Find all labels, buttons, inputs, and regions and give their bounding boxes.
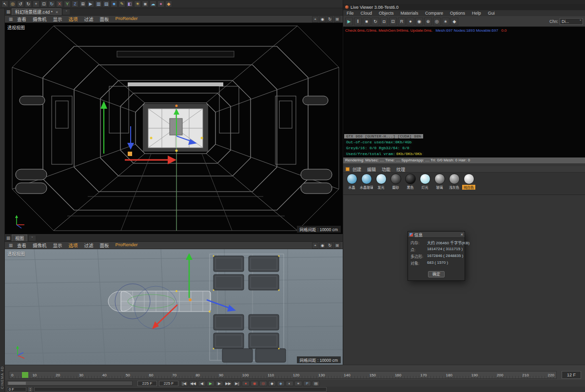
close-tab-icon[interactable]: × <box>56 10 58 15</box>
material-sphere[interactable] <box>347 174 357 184</box>
material-sphere[interactable] <box>376 174 387 184</box>
undo-icon[interactable]: ↺ <box>17 0 24 7</box>
material-swatch[interactable]: 纯白色 <box>462 174 475 194</box>
frame-indicator[interactable]: 12 F <box>562 371 581 379</box>
select-tool-icon[interactable]: ↖ <box>1 0 8 7</box>
viewport-menu-item[interactable]: 摄像机 <box>33 242 47 249</box>
pin-window-icon[interactable]: ◆ <box>450 18 458 25</box>
region-render-icon[interactable]: ⊡ <box>389 18 397 25</box>
preview-range-handle[interactable] <box>8 382 26 385</box>
viewport-menu-item[interactable]: 选项 <box>69 242 78 249</box>
material-sphere[interactable] <box>390 174 401 184</box>
viewport-menu-item[interactable]: 显示 <box>53 242 62 249</box>
live-viewer-menu-item[interactable]: Options <box>447 11 468 16</box>
next-key-icon[interactable]: ▶▶ <box>224 381 232 386</box>
material-swatch[interactable]: 水晶 <box>345 174 358 194</box>
settings-gear-icon[interactable]: ∗ <box>442 18 449 25</box>
material-sphere[interactable] <box>405 174 416 184</box>
material-manager-menu-item[interactable]: 纹理 <box>396 166 405 173</box>
record-position-icon[interactable]: ◉ <box>251 381 258 386</box>
goto-start-icon[interactable]: |◀ <box>180 381 188 386</box>
live-viewer-menu-item[interactable]: Objects <box>375 11 397 16</box>
viewport-menu-item[interactable]: 过滤 <box>84 242 94 249</box>
channel-select[interactable]: Di... ˇ <box>560 18 583 25</box>
render-settings-icon[interactable]: ▤ <box>103 0 110 7</box>
material-swatch[interactable]: 浅灰色 <box>448 174 461 194</box>
material-manager-menu-item[interactable]: 功能 <box>382 166 390 173</box>
sky-icon[interactable]: ☁ <box>150 0 156 7</box>
clay-mode-icon[interactable]: ● <box>407 18 414 25</box>
pan-view-icon[interactable]: + <box>312 242 318 249</box>
live-viewer-menu-item[interactable]: File <box>343 11 357 16</box>
material-manager-menu-item[interactable]: 编辑 <box>367 166 376 173</box>
picture-viewer-icon[interactable]: ▥ <box>95 0 102 7</box>
material-swatch[interactable]: 玻璃 <box>433 174 446 194</box>
viewport-menu-item[interactable]: 过滤 <box>84 16 94 22</box>
material-icon[interactable]: ● <box>157 0 164 7</box>
range-start-field[interactable]: 225 F <box>137 381 157 386</box>
live-viewer-menu-item[interactable]: Help <box>468 11 485 16</box>
magnet-snap-icon[interactable]: ◈ <box>277 381 285 386</box>
material-sphere[interactable] <box>434 174 445 184</box>
live-viewer-menu-item[interactable]: Cloud <box>357 11 376 16</box>
play-button[interactable]: ▶ <box>207 381 214 386</box>
material-sphere[interactable] <box>361 174 372 184</box>
move-tool-icon[interactable]: + <box>33 0 39 7</box>
solo-icon[interactable]: ◐ <box>286 381 293 386</box>
material-sphere[interactable] <box>464 174 474 184</box>
coordinate-system-icon[interactable]: ⊞ <box>79 0 86 7</box>
pause-render-icon[interactable]: ‖ <box>354 18 362 25</box>
current-frame-marker[interactable] <box>22 372 28 378</box>
lock-view-icon[interactable]: ◘ <box>380 18 388 25</box>
material-manager-menu-item[interactable]: 创建 <box>352 166 361 173</box>
material-swatch[interactable]: 磨砂 <box>389 174 402 194</box>
range-end-field[interactable]: 225 F <box>159 381 178 386</box>
toggle-views-icon[interactable]: ⊞ <box>334 16 340 22</box>
document-tab[interactable]: 科幻场景搭建.c4d * × <box>12 8 61 15</box>
material-swatch[interactable]: 灯光 <box>418 174 431 194</box>
viewport-menu-item[interactable]: 查看 <box>17 242 26 249</box>
ok-button[interactable]: 确定 <box>428 271 445 277</box>
prev-key-icon[interactable]: ◀◀ <box>189 381 197 386</box>
rotate-view-icon[interactable]: ↻ <box>327 16 333 22</box>
viewport-menu-item[interactable]: ProRender <box>116 16 138 22</box>
goto-end-icon[interactable]: ▶| <box>233 381 241 386</box>
x-axis-lock-icon[interactable]: X <box>56 0 63 7</box>
frame-stepper[interactable]: ▲▼ <box>28 387 32 392</box>
viewport-menu-item[interactable]: 摄像机 <box>33 16 47 22</box>
zoom-view-icon[interactable]: ◉ <box>319 16 326 22</box>
snap-settings-icon[interactable]: ◆ <box>165 0 172 7</box>
viewport1-canvas[interactable] <box>5 23 343 234</box>
camera-sync-icon[interactable]: ◎ <box>433 18 441 25</box>
live-viewer-titlebar[interactable]: Live Viewer 3.08-Test6.0 <box>343 4 585 10</box>
viewport-menu-item[interactable]: 面板 <box>100 16 109 22</box>
light-icon[interactable]: ☀ <box>134 0 141 7</box>
material-sphere[interactable] <box>420 174 430 184</box>
zoom-view-icon[interactable]: ◉ <box>319 242 326 249</box>
render-start-icon[interactable]: ▶ <box>345 18 353 25</box>
material-swatch[interactable]: 水晶玻璃 <box>360 174 373 194</box>
viewport-perspective[interactable]: 透视视图 网格间距 : 10000 cm <box>5 23 343 234</box>
stop-render-icon[interactable]: ■ <box>363 18 370 25</box>
record-keyframe-icon[interactable]: ● <box>242 381 250 386</box>
powerslider-icon[interactable]: P <box>303 381 311 386</box>
rotate-view-icon[interactable]: ↻ <box>327 242 333 249</box>
next-frame-icon[interactable]: ▶ <box>215 381 223 386</box>
autokey-icon[interactable]: ◎ <box>259 381 267 386</box>
viewport-menu-item[interactable]: ProRender <box>116 242 138 249</box>
keyframe-selection-icon[interactable]: ◆ <box>268 381 276 386</box>
material-sphere[interactable] <box>449 174 460 184</box>
viewport-menu-item[interactable]: 显示 <box>53 16 62 22</box>
viewport2-tab[interactable]: 视图 <box>12 235 27 241</box>
viewport-menu-item[interactable]: 选项 <box>69 16 78 22</box>
timeline-options-icon[interactable]: ▤ <box>312 381 320 386</box>
restart-render-icon[interactable]: ↻ <box>371 18 379 25</box>
scale-tool-icon[interactable]: ⊡ <box>40 0 47 7</box>
live-selection-icon[interactable]: ◎ <box>9 0 16 7</box>
live-viewer-menu-item[interactable]: Materials <box>397 11 422 16</box>
material-swatch[interactable]: 黑色 <box>404 174 417 194</box>
render-view[interactable]: Check:6ms./19ms. MeshGen:949ms. Update:0… <box>343 27 585 157</box>
viewport2-tab-dropdown[interactable]: ˇ <box>28 235 36 241</box>
playback-settings-icon[interactable]: ≡ <box>294 381 302 386</box>
timeline-ruler[interactable]: 0102030405060708090100110120130140150160… <box>9 371 557 379</box>
